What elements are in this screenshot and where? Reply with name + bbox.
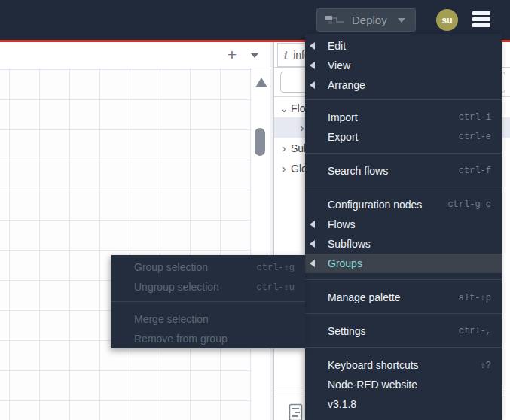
menu-shortcut: ctrl-g c [447,199,491,210]
deploy-label: Deploy [352,14,387,26]
menu-item-label: Ungroup selection [134,281,257,293]
groups-submenu: Group selection ctrl-⇧g Ungroup selectio… [111,255,305,348]
menu-item-export[interactable]: Export ctrl-e [305,127,502,147]
menu-item-version: v3.1.8 [305,394,502,414]
menu-item-label: View [328,59,491,72]
menu-item-label: Edit [328,40,491,52]
submenu-arrow-icon [310,42,315,50]
menu-section: Merge selection Remove from group [111,301,305,355]
menu-item-label: Search flows [328,165,459,177]
menu-item-configuration-nodes[interactable]: Configuration nodes ctrl-g c [305,195,502,215]
menu-section: Import ctrl-i Export ctrl-e [305,99,502,153]
menu-section: Keyboard shortcuts ⇧? Node-RED website v… [305,347,502,420]
menu-item-node-red-website[interactable]: Node-RED website [305,375,502,394]
menu-item-label: Keyboard shortcuts [328,359,481,371]
menu-item-label: Groups [328,257,491,269]
hamburger-icon [472,11,490,15]
scroll-up-icon[interactable] [255,78,267,87]
menu-shortcut: ctrl-, [459,326,491,336]
menu-section: Search flows ctrl-f [305,153,502,187]
outline-toggle-icon[interactable] [289,403,303,420]
main-menu-button[interactable] [472,11,490,28]
menu-item-label: Node-RED website [328,379,491,391]
deploy-icon [325,13,344,28]
menu-section: Configuration nodes ctrl-g c Flows Subfl… [305,187,502,279]
menu-item-label: Manage palette [328,291,459,303]
menu-item-arrange[interactable]: Arrange [305,75,502,95]
menu-item-label: Merge selection [134,313,295,325]
main-menu-dropdown: Edit View Arrange Import ctrl-i Export c… [305,34,502,420]
menu-item-groups[interactable]: Groups [305,254,502,273]
menu-shortcut: ctrl-i [459,112,491,123]
plus-icon: + [228,46,237,63]
menu-shortcut: ctrl-e [459,132,491,142]
menu-item-import[interactable]: Import ctrl-i [305,108,502,127]
submenu-item-remove-from-group: Remove from group [111,329,305,348]
deploy-button[interactable]: Deploy [316,8,416,32]
flow-canvas-grid[interactable] [0,68,252,420]
menu-item-label: Export [328,131,459,143]
chevron-right-icon[interactable]: › [278,142,290,154]
menu-item-search-flows[interactable]: Search flows ctrl-f [305,161,502,181]
canvas-scrollbar-thumb[interactable] [255,128,265,156]
submenu-item-group-selection: Group selection ctrl-⇧g [111,257,305,277]
submenu-arrow-icon [310,240,315,248]
menu-item-flows[interactable]: Flows [305,215,502,234]
submenu-arrow-icon [310,62,315,69]
menu-item-edit[interactable]: Edit [305,36,502,56]
menu-item-label: Settings [328,325,459,337]
submenu-arrow-icon [310,81,315,89]
menu-item-subflows[interactable]: Subflows [305,234,502,254]
submenu-arrow-icon [310,260,315,267]
hamburger-icon [472,23,490,27]
menu-item-label: Group selection [134,261,257,273]
menu-shortcut: ctrl-⇧g [257,262,295,273]
menu-item-settings[interactable]: Settings ctrl-, [305,321,502,341]
version-label: v3.1.8 [328,398,491,410]
menu-item-label: Configuration nodes [328,199,447,211]
submenu-item-merge-selection: Merge selection [111,309,305,329]
menu-item-label: Import [328,111,459,123]
menu-item-keyboard-shortcuts[interactable]: Keyboard shortcuts ⇧? [305,355,502,375]
submenu-arrow-icon [310,221,315,228]
menu-item-label: Arrange [328,79,491,91]
chevron-down-icon [251,53,258,58]
menu-shortcut: ctrl-f [459,166,491,176]
menu-item-view[interactable]: View [305,56,502,75]
menu-section: Group selection ctrl-⇧g Ungroup selectio… [111,255,305,301]
menu-shortcut: alt-⇧p [459,292,491,303]
node-red-editor: Deploy su + i info ⌄ Flows › › Su [0,0,510,420]
menu-section: Settings ctrl-, [305,313,502,347]
chevron-right-icon[interactable]: › [278,163,290,175]
deploy-caret-icon[interactable] [398,18,405,23]
canvas-scrollbar-track[interactable] [252,68,270,420]
menu-item-manage-palette[interactable]: Manage palette alt-⇧p [305,288,502,307]
user-avatar[interactable]: su [436,9,458,31]
menu-shortcut: ⇧? [481,360,491,371]
menu-item-label: Subflows [328,238,491,250]
submenu-item-ungroup-selection: Ungroup selection ctrl-⇧u [111,277,305,297]
menu-section: Manage palette alt-⇧p [305,279,502,313]
add-flow-button[interactable]: + [223,45,241,65]
menu-item-label: Remove from group [134,333,295,345]
menu-section: Edit View Arrange [305,34,502,99]
info-icon: i [284,49,287,62]
flow-tab-menu-button[interactable] [247,50,262,62]
hamburger-icon [472,17,490,21]
menu-shortcut: ctrl-⇧u [257,282,295,293]
menu-item-label: Flows [328,218,491,230]
chevron-down-icon[interactable]: ⌄ [278,102,290,114]
